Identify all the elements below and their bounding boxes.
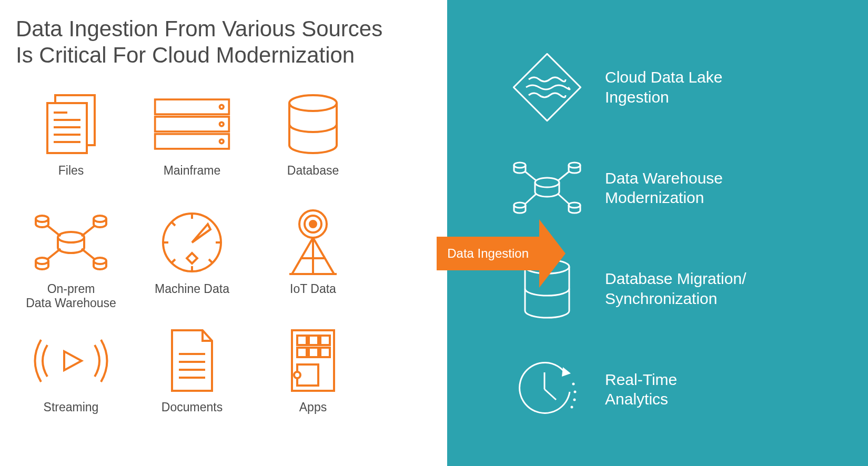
source-database: Database [258,90,368,203]
svg-rect-50 [297,348,307,357]
source-label: Machine Data [155,282,229,297]
svg-point-8 [220,105,224,109]
svg-rect-49 [320,336,330,345]
svg-line-30 [171,259,175,263]
svg-point-71 [573,399,576,401]
svg-point-13 [289,95,337,111]
source-apps: Apps [258,327,368,440]
svg-marker-41 [64,351,82,370]
svg-point-14 [58,232,84,242]
source-iot: IoT Data [258,208,368,321]
svg-point-57 [514,163,526,168]
svg-point-15 [36,216,48,222]
svg-point-60 [569,202,580,208]
svg-point-54 [294,372,300,378]
svg-rect-52 [320,348,330,357]
datawarehouse-icon [32,208,110,277]
source-onprem-dw: On-prem Data Warehouse [16,208,126,321]
source-label: IoT Data [290,282,336,297]
iot-icon [274,208,352,277]
arrow-section: Data Ingestion [437,219,566,288]
dwh-modern-icon [510,156,584,219]
source-label: Files [58,164,84,178]
machinedata-icon [153,208,231,277]
svg-rect-47 [297,336,307,345]
svg-point-18 [94,258,106,264]
svg-marker-31 [192,224,210,242]
target-data-lake: Cloud Data Lake Ingestion [510,56,847,119]
svg-line-63 [525,194,537,204]
svg-rect-32 [187,253,197,264]
svg-point-70 [574,391,577,393]
svg-rect-55 [513,54,580,120]
svg-rect-51 [309,348,318,357]
data-ingestion-arrow: Data Ingestion [437,219,566,288]
svg-line-21 [47,249,60,259]
svg-line-61 [525,171,537,181]
source-files: Files [16,90,126,203]
svg-line-62 [558,171,569,181]
target-label: Real-Time Analytics [605,370,677,409]
source-label: Database [287,164,339,178]
target-label: Cloud Data Lake Ingestion [605,67,722,107]
svg-rect-7 [155,99,229,114]
source-documents: Documents [137,327,247,440]
svg-point-56 [535,178,559,187]
svg-line-68 [544,389,556,400]
source-label: On-prem Data Warehouse [26,282,116,311]
target-label: Database Migration/ Synchronization [605,269,746,308]
arrow-label: Data Ingestion [437,237,539,270]
target-dw-modernization: Data Warehouse Modernization [510,156,847,219]
svg-line-19 [47,226,60,236]
svg-rect-48 [309,336,318,345]
sources-grid: Files Mainframe [16,90,447,440]
svg-point-17 [36,258,48,264]
svg-point-16 [94,216,106,222]
database-icon [274,90,352,158]
svg-point-69 [572,383,575,386]
source-label: Apps [299,400,327,415]
svg-line-38 [313,238,334,274]
svg-marker-66 [562,367,571,377]
left-panel: Data Ingestion From Various Sources Is C… [0,0,447,466]
svg-point-33 [310,221,316,227]
svg-point-10 [220,122,224,126]
svg-line-64 [558,194,569,204]
mainframe-icon [153,90,231,158]
source-label: Documents [162,400,223,415]
datalake-icon [510,56,584,119]
target-label: Data Warehouse Modernization [605,168,723,208]
svg-line-22 [82,249,95,259]
svg-point-59 [514,202,526,208]
target-realtime: Real-Time Analytics [510,358,847,421]
source-streaming: Streaming [16,327,126,440]
svg-rect-11 [155,134,229,149]
realtime-icon [510,358,584,421]
svg-rect-9 [155,117,229,131]
streaming-icon [32,327,110,395]
source-machine-data: Machine Data [137,208,247,321]
arrow-head-icon [539,219,566,288]
documents-icon [153,327,231,395]
svg-line-28 [171,222,175,226]
svg-point-72 [571,406,573,409]
svg-point-58 [569,163,580,168]
svg-point-12 [220,139,224,144]
files-icon [32,90,110,158]
apps-icon [274,327,352,395]
svg-line-29 [209,259,213,263]
svg-line-20 [82,226,95,236]
diagram-title: Data Ingestion From Various Sources Is C… [16,16,447,69]
source-label: Streaming [44,400,99,415]
source-mainframe: Mainframe [137,90,247,203]
svg-line-37 [292,238,313,274]
source-label: Mainframe [164,164,221,178]
